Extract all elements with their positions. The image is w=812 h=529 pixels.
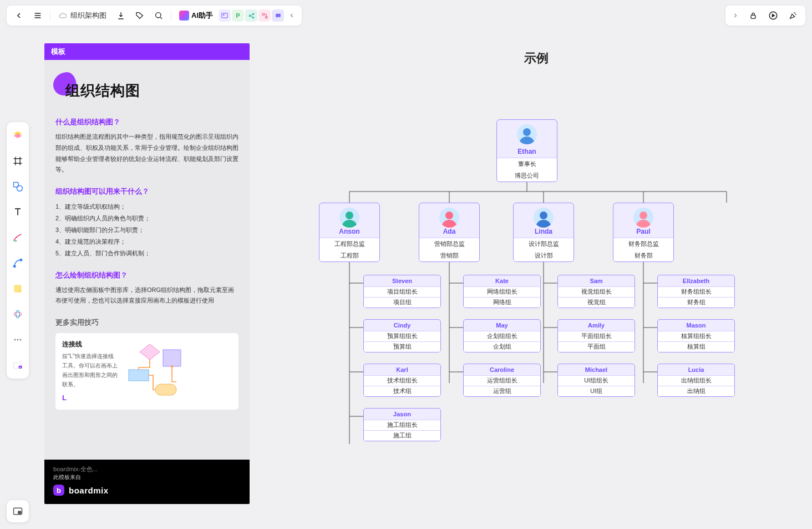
- section-paragraph: 组织结构图是流程图的其中一种类型，指用规范化的图示呈现组织内部的组成、职权及功能…: [55, 132, 238, 175]
- more-tools[interactable]: [9, 331, 27, 349]
- frame-tool[interactable]: [9, 152, 27, 170]
- chat-tool-button[interactable]: [272, 9, 284, 22]
- org-node-l2[interactable]: Linda 设计部总监 设计部: [513, 203, 574, 262]
- org-node-l3[interactable]: Lucia 出纳组组长 出纳组: [657, 364, 735, 397]
- org-node-l2[interactable]: Ada 营销部总监 营销部: [419, 203, 480, 262]
- celebrate-button[interactable]: [784, 7, 802, 24]
- example-title: 示例: [261, 50, 812, 67]
- section-heading: 组织结构图可以用来干什么？: [55, 187, 238, 197]
- svg-rect-15: [14, 285, 21, 292]
- node-title: 董事长: [497, 158, 557, 170]
- expand-button[interactable]: [729, 7, 742, 24]
- flow-tool-button[interactable]: [258, 9, 271, 22]
- node-name: Lucia: [658, 364, 734, 375]
- document-title[interactable]: 组织架构图: [54, 11, 111, 21]
- svg-rect-7: [265, 16, 267, 18]
- shapes-tool[interactable]: [9, 178, 27, 195]
- svg-point-3: [249, 15, 250, 16]
- org-chart[interactable]: Ethan 董事长 博思公司 Anson 工程部总监 工程部 Ada 营销部总监…: [261, 89, 810, 500]
- org-node-l3[interactable]: Sam 视觉组组长 视觉组: [557, 275, 635, 308]
- minimap-button[interactable]: [7, 500, 29, 522]
- svg-point-2: [223, 14, 224, 16]
- panel-header: 模板: [44, 43, 250, 60]
- org-node-l2[interactable]: Paul 财务部总监 财务部: [613, 203, 674, 262]
- text-tool[interactable]: [9, 203, 27, 221]
- section-paragraph: 通过使用左侧面板中图形库，选择ORG组织结构图，拖取元素至画布便可使用，您也可以…: [55, 285, 238, 307]
- svg-point-14: [20, 259, 22, 261]
- brand-logo-icon: b: [53, 485, 64, 496]
- org-node-l3[interactable]: Ellzabeth 财务组组长 财务组: [657, 275, 735, 308]
- image-tool-button[interactable]: [219, 9, 231, 22]
- p-tool-button[interactable]: P: [232, 9, 244, 22]
- avatar-icon: [339, 208, 359, 228]
- download-button[interactable]: [112, 7, 130, 24]
- pen-tool[interactable]: [9, 229, 27, 246]
- node-title: 财务组组长: [658, 286, 734, 297]
- panel-footer: boardmix-全色... 此模板来自 b boardmix: [44, 460, 250, 504]
- node-title: 运营组组长: [464, 375, 540, 386]
- org-node-l3[interactable]: Michael UI组组长 UI组: [557, 364, 635, 397]
- separator: [50, 10, 50, 21]
- node-dept: 出纳组: [658, 386, 734, 396]
- node-name: Caroline: [464, 364, 540, 375]
- ai-logo-icon: [179, 11, 189, 21]
- share-tool-button[interactable]: [245, 9, 257, 22]
- org-node-l3[interactable]: Steven 项目组组长 项目组: [363, 275, 441, 308]
- section-heading: 什么是组织结构图？: [55, 117, 238, 127]
- panel-title: 组织结构图: [65, 81, 238, 100]
- node-title: 工程部总监: [319, 238, 379, 250]
- brand-name: boardmix: [69, 486, 109, 495]
- node-name: Steven: [364, 275, 440, 286]
- node-name: Mason: [658, 320, 734, 331]
- org-node-l3[interactable]: Caroline 运营组组长 运营组: [463, 364, 541, 397]
- node-dept: 预算组: [364, 341, 440, 352]
- menu-button[interactable]: [29, 7, 47, 24]
- node-dept: 运营组: [464, 386, 540, 396]
- section-list: 1、建立等级式职权结构； 2、明确组织内人员的角色与职责； 3、明确职能部门的分…: [55, 201, 238, 259]
- search-button[interactable]: [150, 7, 168, 24]
- node-dept: 项目组: [364, 297, 440, 308]
- node-title: 施工组组长: [364, 420, 440, 430]
- node-name: May: [464, 320, 540, 331]
- org-node-l3[interactable]: May 企划组组长 企划组: [463, 319, 541, 352]
- section-heading: 更多实用技巧: [55, 318, 238, 328]
- play-button[interactable]: [764, 7, 782, 24]
- svg-point-12: [17, 185, 22, 191]
- org-node-l3[interactable]: Cindy 预算组组长 预算组: [363, 319, 441, 352]
- tag-button[interactable]: [131, 7, 149, 24]
- ai-assistant-button[interactable]: AI助手: [175, 11, 217, 21]
- org-node-l3[interactable]: Jason 施工组组长 施工组: [363, 408, 441, 441]
- org-node-root[interactable]: Ethan 董事长 博思公司: [496, 119, 557, 182]
- avatar-icon: [534, 208, 554, 228]
- avatar-icon: [517, 124, 537, 144]
- sticky-note-tool[interactable]: [9, 280, 27, 298]
- svg-point-19: [17, 339, 19, 341]
- node-name: Ellzabeth: [658, 275, 734, 286]
- org-node-l3[interactable]: Kate 网络组组长 网络组: [463, 275, 541, 308]
- node-dept: 财务组: [658, 297, 734, 308]
- node-title: 营销部总监: [419, 238, 479, 250]
- svg-point-16: [14, 313, 21, 316]
- node-dept: 视觉组: [558, 297, 635, 308]
- connector-tool[interactable]: [9, 254, 27, 272]
- node-dept: 财务部: [613, 250, 673, 261]
- svg-rect-26: [163, 350, 181, 366]
- node-title: 财务部总监: [613, 238, 673, 250]
- tips-card: 连接线 按"L"快速选择连接线工具。你可以在画布上画出图形和图形之间的联系。 L: [55, 333, 238, 410]
- org-node-l3[interactable]: Amily 平面组组长 平面组: [557, 319, 635, 352]
- svg-rect-8: [276, 13, 281, 17]
- svg-point-5: [252, 17, 253, 18]
- boardmix-tool[interactable]: b: [9, 356, 27, 374]
- back-button[interactable]: [10, 7, 28, 24]
- org-node-l3[interactable]: Mason 核算组组长 核算组: [657, 319, 735, 352]
- collapse-button[interactable]: [285, 7, 298, 24]
- node-title: UI组组长: [558, 375, 635, 386]
- lock-button[interactable]: [744, 7, 762, 24]
- org-node-l2[interactable]: Anson 工程部总监 工程部: [319, 203, 380, 262]
- node-title: 企划组组长: [464, 331, 540, 341]
- org-node-l3[interactable]: Karl 技术组组长 技术组: [363, 364, 441, 397]
- templates-tool[interactable]: [9, 127, 27, 144]
- mindmap-tool[interactable]: [9, 305, 27, 323]
- node-name: Kate: [464, 275, 540, 286]
- node-dept: 施工组: [364, 430, 440, 441]
